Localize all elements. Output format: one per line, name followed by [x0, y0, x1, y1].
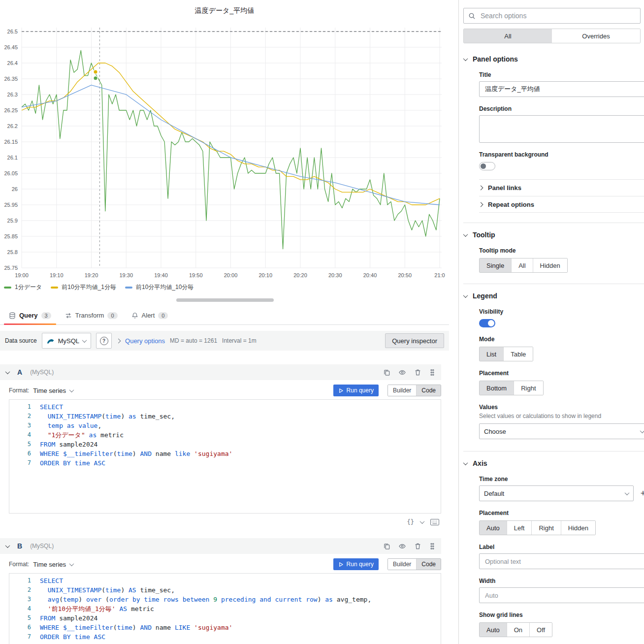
- datasource-help-button[interactable]: ?: [96, 333, 112, 349]
- tooltip-mode-hidden[interactable]: Hidden: [533, 258, 567, 272]
- svg-text:25.9: 25.9: [7, 218, 18, 224]
- svg-text:26.1: 26.1: [7, 155, 18, 161]
- format-select[interactable]: Time series: [33, 387, 73, 394]
- legend-item-series3[interactable]: 前10分平均値_10分毎: [125, 283, 193, 291]
- tab-query[interactable]: Query 3: [2, 306, 58, 324]
- query-b-options-row: Format: Time series Run query Builder Co…: [9, 558, 441, 570]
- query-b-refid: B: [17, 542, 22, 550]
- duplicate-query-button[interactable]: [383, 543, 390, 550]
- builder-mode-option[interactable]: Builder: [388, 559, 416, 570]
- query-b-header[interactable]: B (MySQL): [0, 538, 441, 554]
- query-a-options-row: Format: Time series Run query Builder Co…: [9, 385, 441, 396]
- tooltip-mode-single[interactable]: Single: [480, 258, 511, 272]
- add-timezone-button[interactable]: +: [637, 486, 644, 501]
- svg-text:25.85: 25.85: [4, 233, 18, 239]
- format-label: Format:: [9, 561, 29, 568]
- panel-options-sidebar: All Overrides Panel options Title Descri…: [458, 0, 644, 644]
- tab-all[interactable]: All: [464, 29, 552, 43]
- axis-section-header[interactable]: Axis: [464, 459, 644, 467]
- query-options-toggle[interactable]: Query options: [125, 337, 165, 345]
- query-a-refid: A: [17, 368, 22, 376]
- chevron-down-icon[interactable]: [420, 519, 425, 524]
- hide-query-button[interactable]: [398, 369, 406, 376]
- series1-label: 1分データ: [15, 283, 42, 291]
- transparent-background-toggle[interactable]: [479, 162, 495, 170]
- datasource-picker[interactable]: MySQL: [42, 333, 91, 349]
- panel-links-section[interactable]: Panel links: [479, 179, 644, 196]
- options-search[interactable]: [463, 8, 641, 24]
- datasource-label: Data source: [5, 337, 37, 344]
- code-mode-option[interactable]: Code: [416, 385, 441, 396]
- legend-visibility-toggle[interactable]: [479, 319, 495, 327]
- timeseries-chart[interactable]: 26.526.4526.426.3526.326.2526.226.1526.1…: [0, 18, 449, 284]
- database-icon: [9, 312, 16, 319]
- legend-mode-table[interactable]: Table: [503, 347, 533, 361]
- axis-placement-auto[interactable]: Auto: [480, 521, 507, 535]
- max-data-points: MD = auto = 1261: [170, 337, 217, 344]
- grid-lines-group: Auto On Off: [479, 622, 552, 637]
- legend-placement-right[interactable]: Right: [514, 381, 543, 395]
- run-query-a-button[interactable]: Run query: [333, 385, 379, 396]
- chevron-down-icon: [640, 428, 644, 433]
- timezone-select[interactable]: Default: [479, 485, 634, 501]
- grid-lines-off[interactable]: Off: [529, 623, 552, 637]
- legend-item-series2[interactable]: 前10分平均値_1分毎: [51, 283, 116, 291]
- svg-text:26: 26: [12, 186, 18, 192]
- svg-text:26.2: 26.2: [7, 123, 18, 129]
- chart-legend: 1分データ 前10分平均値_1分毎 前10分平均値_10分毎: [4, 283, 193, 291]
- axis-placement-hidden[interactable]: Hidden: [561, 521, 595, 535]
- tab-overrides[interactable]: Overrides: [552, 29, 640, 43]
- format-label: Format:: [9, 387, 29, 394]
- format-code-button[interactable]: {}: [407, 518, 414, 525]
- tooltip-mode-label: Tooltip mode: [479, 247, 644, 254]
- query-a-header[interactable]: A (MySQL): [0, 364, 441, 380]
- run-query-b-button[interactable]: Run query: [333, 558, 379, 570]
- hide-query-button[interactable]: [398, 543, 406, 550]
- repeat-options-section[interactable]: Repeat options: [479, 196, 644, 213]
- svg-text:26.15: 26.15: [4, 139, 18, 145]
- format-select[interactable]: Time series: [33, 561, 73, 568]
- collapse-chevron-icon[interactable]: [5, 543, 10, 548]
- legend-values-select[interactable]: Choose: [479, 423, 644, 439]
- sql-editor-a[interactable]: 1SELECT2 UNIX_TIMESTAMP(time) as time_se…: [9, 399, 441, 514]
- drag-query-handle[interactable]: [429, 543, 435, 550]
- panel-title-input[interactable]: [484, 85, 644, 94]
- grid-lines-on[interactable]: On: [507, 623, 529, 637]
- svg-text:25.95: 25.95: [4, 202, 18, 208]
- keyboard-icon[interactable]: [430, 519, 439, 525]
- axis-placement-right[interactable]: Right: [531, 521, 560, 535]
- collapse-chevron-icon[interactable]: [5, 369, 10, 374]
- delete-query-button[interactable]: [414, 543, 421, 550]
- svg-text:20:50: 20:50: [398, 272, 412, 278]
- duplicate-query-button[interactable]: [383, 369, 390, 376]
- sql-editor-b[interactable]: 1SELECT2 UNIX_TIMESTAMP(time) AS time_se…: [9, 573, 441, 644]
- axis-placement-left[interactable]: Left: [507, 521, 532, 535]
- tooltip-mode-all[interactable]: All: [511, 258, 532, 272]
- question-icon: ?: [100, 337, 108, 345]
- panel-options-section-header[interactable]: Panel options: [464, 55, 644, 63]
- drag-query-handle[interactable]: [429, 369, 435, 376]
- legend-section-header[interactable]: Legend: [464, 292, 644, 300]
- tab-transform[interactable]: Transform 0: [58, 306, 125, 324]
- code-mode-option[interactable]: Code: [416, 559, 441, 570]
- tooltip-section-header[interactable]: Tooltip: [464, 231, 644, 239]
- interval-value: Interval = 1m: [222, 337, 257, 344]
- chevron-down-icon: [463, 460, 468, 465]
- panel-resize-handle[interactable]: [176, 298, 274, 302]
- options-search-input[interactable]: [480, 11, 636, 20]
- svg-text:19:00: 19:00: [15, 272, 29, 278]
- tab-alert[interactable]: Alert 0: [125, 306, 175, 324]
- legend-placement-bottom[interactable]: Bottom: [480, 381, 514, 395]
- builder-mode-option[interactable]: Builder: [388, 385, 416, 396]
- description-textarea[interactable]: [479, 115, 644, 143]
- legend-mode-list[interactable]: List: [480, 347, 503, 361]
- chevron-right-icon: [479, 202, 483, 207]
- title-field-wrap: [479, 81, 644, 97]
- grid-lines-auto[interactable]: Auto: [480, 623, 507, 637]
- axis-width-input[interactable]: [484, 591, 644, 600]
- axis-label-input[interactable]: [484, 557, 644, 566]
- query-inspector-button[interactable]: Query inspector: [385, 333, 444, 348]
- legend-item-series1[interactable]: 1分データ: [4, 283, 42, 291]
- delete-query-button[interactable]: [414, 369, 421, 376]
- play-icon: [338, 388, 344, 393]
